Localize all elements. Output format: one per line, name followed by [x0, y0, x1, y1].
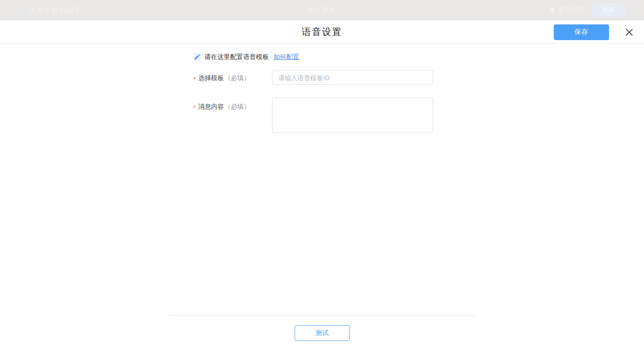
message-field-label: * 消息内容 （必填）: [193, 103, 272, 111]
voice-settings-page: 未命名数据助手 控件事件 新手引导 保存 语音设置 保存: [0, 0, 644, 352]
topbar-save-button[interactable]: 保存: [592, 3, 625, 17]
location-pin-icon: [548, 6, 556, 14]
hint-row: 请在这里配置语音模板 如何配置: [193, 53, 299, 61]
hint-text: 请在这里配置语音模板: [204, 53, 269, 61]
guide-link[interactable]: 新手引导: [548, 6, 584, 14]
required-asterisk: *: [193, 76, 196, 83]
pencil-icon: [193, 53, 201, 61]
how-to-configure-link[interactable]: 如何配置: [273, 53, 299, 61]
message-content-textarea[interactable]: [272, 98, 433, 133]
guide-label: 新手引导: [558, 6, 584, 14]
topbar: 未命名数据助手 控件事件 新手引导 保存: [0, 0, 644, 20]
template-field-label: * 选择模板 （必填）: [193, 74, 272, 82]
close-icon: [625, 28, 634, 37]
back-chevron-icon[interactable]: [13, 6, 21, 14]
app-title: 未命名数据助手: [29, 6, 81, 15]
topbar-left: 未命名数据助手: [13, 0, 81, 20]
modal-header: 语音设置 保存: [0, 20, 644, 44]
template-id-input[interactable]: [272, 70, 433, 85]
topbar-right: 新手引导 保存: [548, 0, 625, 20]
save-button[interactable]: 保存: [554, 24, 609, 40]
modal-title: 语音设置: [0, 20, 644, 44]
footer-divider: [169, 315, 475, 316]
close-button[interactable]: [624, 27, 635, 38]
topbar-center-title: 控件事件: [0, 0, 644, 20]
test-button[interactable]: 测试: [295, 325, 350, 341]
required-asterisk: *: [193, 104, 196, 111]
